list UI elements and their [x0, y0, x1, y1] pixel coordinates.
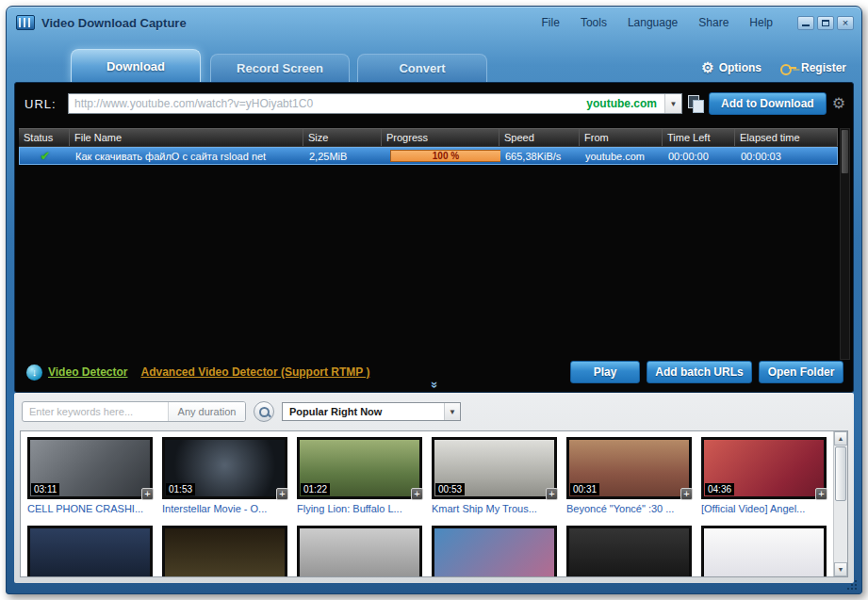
video-thumbnail[interactable]	[162, 526, 287, 577]
video-thumbnail[interactable]: 00:53 +	[432, 437, 557, 499]
video-thumbnail[interactable]: 00:31 +	[566, 437, 692, 499]
cell-file-name: Как скачивать файлО с сайта rsload net	[71, 151, 304, 162]
column-progress[interactable]: Progress	[382, 129, 500, 146]
video-detector-icon: ↓	[26, 365, 42, 381]
video-card[interactable]: 01:53 + Interstellar Movie - O...	[162, 437, 287, 514]
search-input[interactable]	[23, 406, 168, 417]
video-detector-link[interactable]: Video Detector	[48, 365, 127, 379]
add-video-icon[interactable]: +	[411, 488, 423, 500]
category-dropdown[interactable]: Popular Right Now ▼	[282, 402, 461, 421]
video-thumbnail[interactable]	[297, 526, 422, 577]
minimize-button[interactable]	[797, 16, 814, 30]
video-card-partial[interactable]	[701, 526, 827, 577]
collapse-panel-chevron-icon[interactable]: »	[428, 381, 440, 388]
column-from[interactable]: From	[580, 129, 663, 146]
options-button[interactable]: ⚙ Options	[701, 60, 762, 74]
thumbnail-image	[569, 528, 689, 577]
table-scrollbar-thumb[interactable]	[842, 130, 848, 173]
video-list-scrollbar[interactable]: ▲ ▼	[833, 431, 847, 576]
video-card[interactable]: 03:11 + CELL PHONE CRASHI...	[27, 437, 153, 514]
duration-badge: 00:31	[570, 483, 599, 495]
scroll-down-arrow-icon[interactable]: ▼	[834, 562, 847, 576]
video-card-partial[interactable]	[566, 526, 692, 577]
paste-url-icon[interactable]	[688, 95, 703, 112]
resize-grip[interactable]	[847, 580, 857, 590]
video-card[interactable]: 01:22 + Flying Lion: Buffalo L...	[297, 437, 422, 514]
add-video-icon[interactable]: +	[680, 488, 693, 500]
add-video-icon[interactable]: +	[815, 488, 827, 500]
video-thumbnail[interactable]	[701, 526, 827, 577]
category-selected-label: Popular Right Now	[289, 406, 382, 417]
open-folder-button[interactable]: Open Folder	[759, 361, 843, 383]
video-thumbnail[interactable]	[432, 526, 557, 577]
scroll-up-arrow-icon[interactable]: ▲	[834, 431, 847, 446]
menu-language[interactable]: Language	[628, 16, 678, 29]
thumbnail-image	[704, 528, 824, 577]
video-scrollbar-thumb[interactable]	[835, 446, 846, 501]
download-panel: URL: youtube.com ▼ Add to Download ⚙ Sta…	[14, 82, 854, 393]
tab-download[interactable]: Download	[71, 49, 201, 82]
column-file-name[interactable]: File Name	[70, 129, 303, 146]
video-title[interactable]: CELL PHONE CRASHI...	[27, 503, 153, 514]
video-card-partial[interactable]	[162, 526, 287, 577]
add-video-icon[interactable]: +	[141, 488, 154, 500]
video-title[interactable]: Flying Lion: Buffalo L...	[297, 503, 422, 514]
column-elapsed-time[interactable]: Elapsed time	[735, 129, 838, 146]
column-size[interactable]: Size	[303, 129, 382, 146]
video-card-partial[interactable]	[297, 526, 422, 577]
url-dropdown-arrow-icon[interactable]: ▼	[664, 94, 681, 113]
menu-file[interactable]: File	[542, 16, 560, 29]
menu-tools[interactable]: Tools	[581, 16, 607, 29]
tab-record-screen[interactable]: Record Screen	[210, 54, 350, 82]
menu-help[interactable]: Help	[749, 16, 773, 29]
tab-actions: ⚙ Options Register	[701, 60, 846, 74]
search-icon[interactable]	[254, 401, 274, 422]
register-button[interactable]: Register	[780, 61, 846, 74]
table-row[interactable]: ✔ Как скачивать файлО с сайта rsload net…	[19, 147, 838, 165]
video-thumbnail[interactable]: 04:36 +	[701, 437, 827, 499]
video-card[interactable]: 04:36 + [Official Video] Angel...	[701, 437, 827, 514]
column-time-left[interactable]: Time Left	[663, 129, 735, 146]
browser-panel: Any duration Popular Right Now ▼ 03:11 +…	[14, 393, 854, 583]
add-video-icon[interactable]: +	[546, 488, 558, 500]
video-thumbnail[interactable]: 03:11 +	[27, 437, 153, 499]
column-speed[interactable]: Speed	[500, 129, 580, 146]
app-logo-icon	[16, 15, 35, 30]
column-status[interactable]: Status	[19, 129, 70, 146]
video-title[interactable]: Kmart Ship My Trous...	[432, 503, 557, 514]
video-title[interactable]: Interstellar Movie - O...	[162, 503, 287, 514]
video-thumbnail[interactable]	[566, 526, 692, 577]
url-input[interactable]	[69, 94, 578, 113]
add-batch-urls-button[interactable]: Add batch URLs	[647, 361, 752, 383]
duration-filter-dropdown[interactable]: Any duration	[168, 402, 245, 421]
video-results-grid: 03:11 + CELL PHONE CRASHI... 01:53 + Int…	[27, 437, 827, 577]
close-button[interactable]: ×	[837, 16, 854, 30]
status-complete-check-icon: ✔	[20, 149, 71, 163]
url-site-label: youtube.com	[586, 97, 657, 110]
maximize-button[interactable]	[817, 16, 834, 30]
video-card[interactable]: 00:31 + Beyoncé "Yoncé" :30 ...	[566, 437, 692, 514]
tab-convert[interactable]: Convert	[357, 54, 487, 82]
video-card[interactable]: 00:53 + Kmart Ship My Trous...	[432, 437, 557, 514]
video-title[interactable]: [Official Video] Angel...	[701, 503, 827, 514]
category-dropdown-arrow-icon[interactable]: ▼	[444, 403, 460, 420]
play-button[interactable]: Play	[570, 361, 640, 383]
video-title[interactable]: Beyoncé "Yoncé" :30 ...	[566, 503, 692, 514]
video-card-partial[interactable]	[27, 526, 153, 577]
cell-speed: 665,38KiB/s	[500, 151, 581, 162]
add-to-download-button[interactable]: Add to Download	[709, 92, 827, 115]
url-combobox: youtube.com ▼	[68, 93, 682, 114]
progress-percent-label: 100 %	[391, 151, 500, 161]
add-video-icon[interactable]: +	[276, 488, 288, 500]
video-thumbnail[interactable]: 01:53 +	[162, 437, 287, 499]
search-bar: Any duration Popular Right Now ▼	[22, 400, 844, 423]
video-thumbnail[interactable]: 01:22 +	[297, 437, 422, 499]
table-scrollbar[interactable]	[840, 128, 850, 360]
video-card-partial[interactable]	[432, 526, 557, 577]
download-table-header: Status File Name Size Progress Speed Fro…	[19, 128, 838, 147]
thumbnail-image	[165, 528, 285, 577]
download-settings-gear-icon[interactable]: ⚙	[832, 96, 845, 111]
video-thumbnail[interactable]	[27, 526, 153, 577]
advanced-video-detector-link[interactable]: Advanced Video Detector (Support RTMP )	[140, 365, 369, 379]
menu-share[interactable]: Share	[698, 16, 729, 29]
